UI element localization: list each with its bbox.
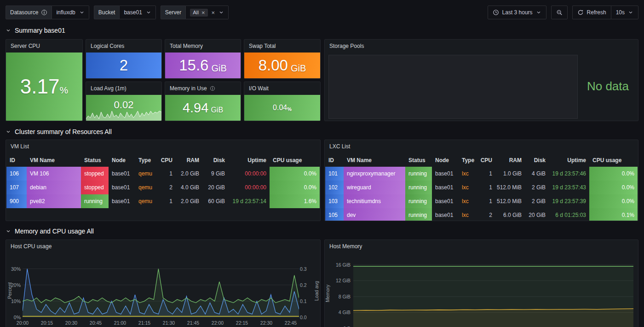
time-range-picker[interactable]: Last 3 hours <box>488 6 546 19</box>
column-header-ram[interactable]: RAM <box>495 154 525 167</box>
remove-value-icon[interactable]: × <box>201 10 205 16</box>
column-header-vm-name[interactable]: VM Name <box>344 154 405 167</box>
column-header-id[interactable]: ID <box>6 154 27 167</box>
plot-area[interactable] <box>23 264 299 317</box>
panel-title-lxc-list[interactable]: LXC List <box>325 140 638 153</box>
panel-title-storage-pools[interactable]: Storage Pools <box>325 40 638 53</box>
column-header-node[interactable]: Node <box>432 154 459 167</box>
y-axis-tick: 12 GiB <box>336 278 351 283</box>
cell-cpu: 1 <box>477 181 495 194</box>
table-row: 105devrunningbase01lxc26.0 GiB20 GiB6 d … <box>325 208 638 221</box>
plot-area[interactable] <box>353 258 633 327</box>
cell-id: 900 <box>6 194 27 208</box>
cell-cpu-usage: 0.0% <box>589 181 638 194</box>
section-summary[interactable]: Summary base01 <box>6 26 65 35</box>
y-axis-tick: 20% <box>11 282 21 288</box>
panel-title-text: Server CPU <box>11 43 40 49</box>
panel-title-host-cpu[interactable]: Host CPU usage <box>6 240 320 253</box>
memory-line-chart <box>353 258 633 327</box>
lxc-table-header: IDVM NameStatusNodeTypeCPURAMDiskUptimeC… <box>325 154 638 167</box>
panel-title-logical-cores[interactable]: Logical Cores <box>86 40 161 53</box>
cell-type: qemu <box>135 181 155 194</box>
chevron-down-icon <box>218 10 224 15</box>
refresh-button[interactable]: Refresh <box>572 6 611 19</box>
cell-ram: 1.0 GiB <box>495 167 525 181</box>
cell-cpu-usage: 1.6% <box>270 194 320 208</box>
column-header-type[interactable]: Type <box>459 154 477 167</box>
zoom-out-button[interactable] <box>551 6 568 19</box>
column-header-uptime[interactable]: Uptime <box>549 154 589 167</box>
cell-cpu: 2 <box>155 181 176 194</box>
column-header-vm-name[interactable]: VM Name <box>27 154 81 167</box>
cell-disk: 20 GiB <box>525 208 549 221</box>
column-header-status[interactable]: Status <box>405 154 432 167</box>
panel-title-text: Total Memory <box>170 43 203 49</box>
panel-title-load-avg[interactable]: Load Avg (1m) <box>86 82 161 95</box>
server-select[interactable]: All × × <box>186 6 229 19</box>
column-header-cpu[interactable]: CPU <box>477 154 495 167</box>
cell-ram: 2.0 GiB <box>176 167 202 181</box>
load-avg-stat: 0.02 <box>86 95 161 121</box>
column-header-type[interactable]: Type <box>135 154 155 167</box>
panel-title-host-memory[interactable]: Host Memory <box>325 240 638 253</box>
info-icon[interactable] <box>41 9 47 16</box>
cell-name: technitiumdns <box>344 194 405 208</box>
host-memory-chart[interactable]: Memory 16 GiB12 GiB8 GiB4 GiB0 B <box>325 253 638 327</box>
lxc-table-body: 101nginxproxymanagerrunningbase01lxc11.0… <box>325 167 638 221</box>
cell-cpu-usage: 0.0% <box>270 181 320 194</box>
server-variable: Server All × × <box>161 6 229 19</box>
panel-title-total-memory[interactable]: Total Memory <box>165 40 241 53</box>
server-cpu-stat: 3.17% <box>6 53 82 121</box>
y-axis-tick: 0.3 <box>300 266 307 272</box>
panel-title-io-wait[interactable]: I/O Wait <box>244 82 320 95</box>
collapse-chevron-icon <box>6 28 11 33</box>
bucket-select[interactable]: base01 <box>120 6 155 19</box>
column-header-uptime[interactable]: Uptime <box>228 154 270 167</box>
stat-value: 4.94 <box>183 100 208 116</box>
cell-type: lxc <box>459 181 477 194</box>
column-header-disk[interactable]: Disk <box>525 154 549 167</box>
table-row: 102wireguardrunningbase01lxc1512.0 MiB2 … <box>325 181 638 194</box>
x-axis-tick: 20:15 <box>41 320 53 326</box>
cell-status: running <box>405 208 432 221</box>
host-cpu-chart[interactable]: Percent 30%20%10%0% 0.30.20.10.0 Load av… <box>6 253 320 327</box>
x-axis-tick: 21:45 <box>187 320 199 326</box>
column-header-cpu-usage[interactable]: CPU usage <box>270 154 320 167</box>
panel-title-memory-in-use[interactable]: Memory in Use <box>165 82 241 95</box>
server-selected-chip[interactable]: All × <box>190 9 207 17</box>
column-header-id[interactable]: ID <box>325 154 344 167</box>
refresh-icon <box>577 9 584 16</box>
chevron-down-icon <box>79 10 85 15</box>
info-icon[interactable] <box>210 86 215 91</box>
x-axis-tick: 22:00 <box>212 320 224 326</box>
column-header-cpu[interactable]: CPU <box>155 154 176 167</box>
column-header-status[interactable]: Status <box>81 154 109 167</box>
panel-title-vm-list[interactable]: VM List <box>6 140 320 153</box>
collapse-chevron-icon <box>6 228 11 234</box>
stat-value: 0.04 <box>273 104 287 112</box>
y-axis-label-left: Memory <box>325 258 330 327</box>
cell-uptime: 19 d 23:57:14 <box>228 194 270 208</box>
cell-name: wireguard <box>344 181 405 194</box>
vm-table: IDVM NameStatusNodeTypeCPURAMDiskUptimeC… <box>6 154 320 221</box>
panel-io-wait: I/O Wait 0.04% <box>244 82 321 121</box>
refresh-interval-value: 10s <box>616 9 625 16</box>
section-cluster[interactable]: Cluster summary of Resources All <box>6 127 112 136</box>
refresh-interval-select[interactable]: 10s <box>611 6 638 19</box>
datasource-select[interactable]: influxdb <box>52 6 89 19</box>
y-axis-right: 0.30.20.10.0 <box>300 264 312 317</box>
column-header-disk[interactable]: Disk <box>202 154 228 167</box>
column-header-cpu-usage[interactable]: CPU usage <box>589 154 638 167</box>
panel-title-text: VM List <box>11 143 29 150</box>
section-summary-title: Summary base01 <box>15 27 65 34</box>
column-header-ram[interactable]: RAM <box>176 154 202 167</box>
column-header-node[interactable]: Node <box>109 154 135 167</box>
y-axis-tick: 16 GiB <box>336 262 351 268</box>
panel-title-server-cpu[interactable]: Server CPU <box>6 40 82 53</box>
section-usage[interactable]: Memory and CPU usage All <box>6 227 94 236</box>
panel-title-text: Load Avg (1m) <box>91 85 126 92</box>
clear-all-icon[interactable]: × <box>212 10 215 16</box>
cell-cpu-usage: 0.0% <box>270 167 320 181</box>
panel-title-swap-total[interactable]: Swap Total <box>244 40 320 53</box>
load-avg-sparkline <box>86 110 161 121</box>
